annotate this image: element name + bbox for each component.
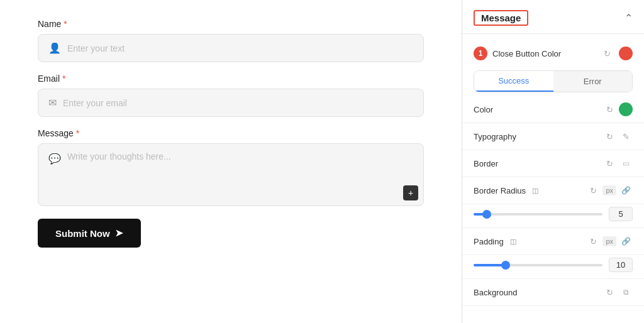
step-badge: 1 [474, 47, 487, 60]
border-radius-property-label: Border Radius ◫ [474, 183, 582, 197]
settings-title: Message [474, 10, 528, 26]
border-radius-reset-icon[interactable]: ↻ [586, 183, 600, 197]
border-radius-property-row: Border Radius ◫ ↻ px 🔗 [462, 177, 644, 204]
typography-property-row: Typography ↻ ✎ [462, 123, 644, 150]
name-placeholder: Enter your text [67, 43, 125, 53]
close-color-reset-icon[interactable]: ↻ [600, 47, 614, 60]
email-field-group: Email * ✉ Enter your email [38, 74, 424, 117]
name-label: Name * [38, 19, 424, 29]
padding-screen-icon[interactable]: ◫ [506, 234, 520, 248]
border-property-row: Border ↻ ▭ [462, 150, 644, 177]
close-button-color-row: 1 Close Button Color ↻ [462, 40, 644, 67]
message-tabs: Success Error [474, 70, 633, 92]
padding-reset-icon[interactable]: ↻ [586, 234, 600, 248]
typography-property-actions: ↻ ✎ [602, 129, 633, 143]
typography-reset-icon[interactable]: ↻ [602, 129, 616, 143]
email-required: * [62, 74, 65, 84]
border-radius-unit[interactable]: px [602, 185, 616, 195]
padding-property-row: Padding ◫ ↻ px 🔗 [462, 228, 644, 255]
submit-icon: ➤ [115, 227, 123, 239]
border-radius-slider-thumb[interactable] [482, 210, 491, 219]
background-property-label: Background [474, 288, 599, 297]
collapse-button[interactable]: ⌃ [625, 12, 633, 24]
background-reset-icon[interactable]: ↻ [602, 285, 616, 299]
message-required: * [76, 128, 79, 138]
padding-property-label: Padding ◫ [474, 234, 582, 248]
color-property-row: Color ↻ [462, 96, 644, 123]
settings-header: Message ⌃ [462, 0, 644, 34]
tab-error[interactable]: Error [553, 71, 633, 92]
border-property-label: Border [474, 159, 599, 168]
message-placeholder: Write your thoughts here... [67, 151, 171, 162]
background-copy-icon[interactable]: ⧉ [619, 285, 633, 299]
border-box-icon[interactable]: ▭ [619, 156, 633, 170]
email-input-wrapper[interactable]: ✉ Enter your email [38, 89, 424, 117]
padding-slider-thumb[interactable] [501, 261, 510, 270]
background-property-actions: ↻ ⧉ [602, 285, 633, 299]
color-reset-icon[interactable]: ↻ [602, 102, 616, 116]
form-panel: Name * 👤 Enter your text Email * ✉ Enter… [0, 0, 462, 323]
border-property-actions: ↻ ▭ [602, 156, 633, 170]
border-reset-icon[interactable]: ↻ [602, 156, 616, 170]
settings-body: 1 Close Button Color ↻ Success Error Col… [462, 34, 644, 323]
name-input-wrapper[interactable]: 👤 Enter your text [38, 34, 424, 62]
border-radius-screen-icon[interactable]: ◫ [528, 183, 542, 197]
color-property-dot[interactable] [619, 102, 633, 116]
close-button-color-label: Close Button Color [492, 49, 595, 58]
padding-slider-row: 10 [462, 255, 644, 279]
message-label: Message * [38, 128, 424, 138]
submit-button[interactable]: Submit Now ➤ [38, 219, 141, 248]
padding-slider-track[interactable] [474, 264, 602, 266]
expand-textarea-button[interactable]: + [403, 185, 418, 200]
email-placeholder: Enter your email [63, 98, 127, 108]
color-property-label: Color [474, 105, 599, 114]
close-color-dot[interactable] [619, 47, 633, 60]
message-field-group: Message * 💬 Write your thoughts here... … [38, 128, 424, 206]
typography-property-label: Typography [474, 132, 599, 141]
settings-panel: Message ⌃ 1 Close Button Color ↻ Success… [462, 0, 644, 323]
border-radius-link-icon[interactable]: 🔗 [619, 183, 633, 197]
message-label-text: Message [38, 128, 74, 138]
submit-label: Submit Now [55, 228, 110, 239]
padding-property-actions: ↻ px 🔗 [586, 234, 633, 248]
email-label-text: Email [38, 74, 60, 84]
border-radius-slider-row: 5 [462, 204, 644, 228]
padding-unit[interactable]: px [602, 236, 616, 246]
email-icon: ✉ [48, 97, 57, 109]
name-label-text: Name [38, 19, 61, 29]
tab-success[interactable]: Success [474, 71, 553, 92]
name-field-group: Name * 👤 Enter your text [38, 19, 424, 62]
background-property-row: Background ↻ ⧉ [462, 279, 644, 306]
border-radius-value[interactable]: 5 [609, 207, 633, 221]
padding-value[interactable]: 10 [609, 258, 633, 272]
message-icon: 💬 [48, 153, 61, 165]
message-input-wrapper[interactable]: 💬 Write your thoughts here... + [38, 143, 424, 206]
border-radius-property-actions: ↻ px 🔗 [586, 183, 633, 197]
typography-edit-icon[interactable]: ✎ [619, 129, 633, 143]
email-label: Email * [38, 74, 424, 84]
padding-link-icon[interactable]: 🔗 [619, 234, 633, 248]
border-radius-slider-track[interactable] [474, 213, 602, 216]
color-property-actions: ↻ [602, 102, 633, 116]
person-icon: 👤 [48, 42, 61, 54]
name-required: * [64, 19, 67, 29]
